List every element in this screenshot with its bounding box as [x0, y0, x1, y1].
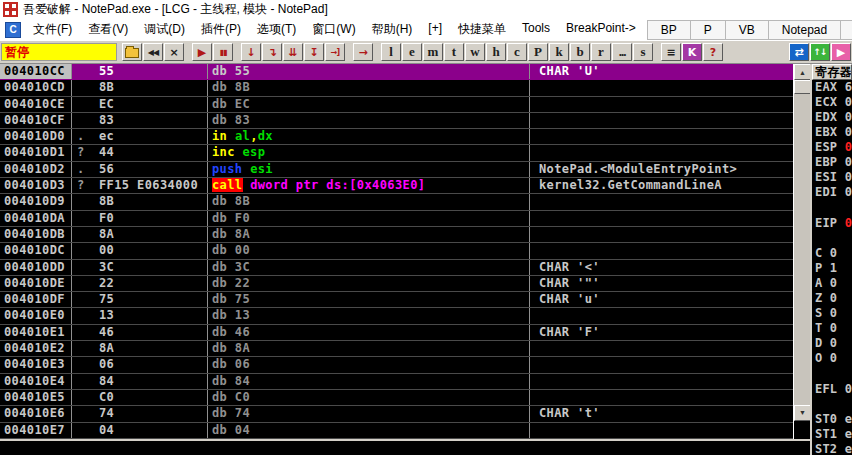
window-button-t[interactable]: t — [444, 43, 464, 61]
menu-item-debug[interactable]: 调试(D) — [136, 19, 193, 40]
menu-item-quick-menu[interactable]: 快捷菜单 — [450, 19, 514, 40]
info-pane[interactable] — [0, 439, 810, 455]
trace-into-button[interactable]: ⇊ — [283, 43, 303, 61]
window-button-e[interactable]: e — [402, 43, 422, 61]
disasm-row[interactable]: 004010DB8Adb 8A — [0, 227, 793, 243]
log-window-button[interactable]: K — [682, 43, 702, 61]
register-row[interactable]: ST1 em — [812, 427, 852, 442]
disasm-row[interactable]: 004010CEECdb EC — [0, 97, 793, 113]
register-row[interactable]: ST0 em — [812, 412, 852, 427]
extra-plugin-button[interactable]: ▶ — [831, 43, 851, 61]
menu-item-file[interactable]: 文件(F) — [25, 19, 80, 40]
pause-button[interactable]: ▮▮ — [213, 43, 233, 61]
register-row[interactable]: EIP 00 — [812, 216, 852, 231]
trace-over-button[interactable]: ↧ — [304, 43, 324, 61]
register-row[interactable]: EDX 00 — [812, 110, 852, 125]
register-row[interactable] — [812, 231, 852, 246]
disasm-row[interactable]: 004010D1?44inc esp — [0, 145, 793, 161]
register-row[interactable]: EDI 00 — [812, 185, 852, 200]
register-row[interactable]: D 0 — [812, 336, 852, 351]
disasm-row[interactable]: 004010E28Adb 8A — [0, 341, 793, 357]
register-row[interactable] — [812, 200, 852, 215]
open-file-button[interactable] — [122, 43, 142, 61]
register-row[interactable]: S 0 F — [812, 306, 852, 321]
disasm-row[interactable]: 004010E146db 46CHAR 'F' — [0, 325, 793, 341]
window-button-m[interactable]: m — [423, 43, 443, 61]
window-button-k[interactable]: k — [549, 43, 569, 61]
register-row[interactable]: ESP 00 — [812, 140, 852, 155]
plugin-button-vb[interactable]: VB — [725, 20, 769, 40]
window-button-b[interactable]: b — [570, 43, 590, 61]
window-button-dots[interactable]: ... — [612, 43, 632, 61]
disasm-row[interactable]: 004010CD8Bdb 8B — [0, 80, 793, 96]
plugin-button-p[interactable]: P — [690, 20, 726, 40]
register-row[interactable]: A 0 S — [812, 276, 852, 291]
plugin-button-bp[interactable]: BP — [647, 20, 691, 40]
disasm-row[interactable]: 004010E674db 74CHAR 't' — [0, 406, 793, 422]
disasm-row[interactable]: 004010DAF0db F0 — [0, 211, 793, 227]
registers-header[interactable]: 寄存器 — [812, 64, 852, 80]
register-row[interactable]: EBP 00 — [812, 155, 852, 170]
register-row[interactable]: C 0 E — [812, 246, 852, 261]
swap-plugin-button[interactable]: ⇄ — [789, 43, 809, 61]
run-to-user-code-button[interactable]: → — [353, 43, 373, 61]
window-button-s[interactable]: s — [633, 43, 653, 61]
run-button[interactable]: ▶ — [192, 43, 212, 61]
scrollbar-track[interactable] — [794, 94, 811, 405]
register-row[interactable] — [812, 397, 852, 412]
disasm-row[interactable]: 004010DC00db 00 — [0, 243, 793, 259]
disasm-row[interactable]: 004010D0.ecin al,dx — [0, 129, 793, 145]
disasm-row[interactable]: 004010D3?FF15 E0634000call dword ptr ds:… — [0, 178, 793, 194]
window-button-l[interactable]: l — [381, 43, 401, 61]
close-button[interactable]: × — [164, 43, 184, 61]
menu-item-tools[interactable]: Tools — [514, 19, 558, 40]
register-row[interactable]: P 1 C — [812, 261, 852, 276]
window-button-c[interactable]: c — [507, 43, 527, 61]
register-row[interactable]: ECX 00 — [812, 95, 852, 110]
disasm-row[interactable]: 004010E704db 04 — [0, 423, 793, 439]
disasm-row[interactable]: 004010DF75db 75CHAR 'u' — [0, 292, 793, 308]
plugin-button-calc[interactable]: Calc — [840, 20, 852, 40]
menu-item-plugins[interactable]: 插件(P) — [193, 19, 249, 40]
menu-item-breakpoint[interactable]: BreakPoint-> — [558, 19, 644, 40]
disasm-row[interactable]: 004010E013db 13 — [0, 308, 793, 324]
disasm-row[interactable]: 004010E306db 06 — [0, 357, 793, 373]
disasm-row[interactable]: 004010E5C0db C0 — [0, 390, 793, 406]
breakpoint-list-button[interactable]: ≡ — [661, 43, 681, 61]
mdi-child-icon[interactable]: C — [5, 22, 21, 38]
execute-till-return-button[interactable]: →] — [325, 43, 345, 61]
updown-plugin-button[interactable]: ↑↓ — [810, 43, 830, 61]
plugin-button-notepad[interactable]: Notepad — [768, 20, 841, 40]
vertical-scrollbar[interactable]: ▲ ▼ — [793, 64, 811, 439]
register-row[interactable]: ST2 em — [812, 442, 852, 455]
disasm-row[interactable]: 004010DD3Cdb 3CCHAR '<' — [0, 260, 793, 276]
menu-item-window[interactable]: 窗口(W) — [304, 19, 363, 40]
menu-item-options[interactable]: 选项(T) — [249, 19, 304, 40]
register-row[interactable]: ESI 00 — [812, 170, 852, 185]
window-button-P[interactable]: P — [528, 43, 548, 61]
disasm-row[interactable]: 004010DE22db 22CHAR '"' — [0, 276, 793, 292]
disasm-row[interactable]: 004010CC55db 55CHAR 'U' — [0, 64, 793, 80]
step-over-button[interactable]: ↴ — [262, 43, 282, 61]
register-row[interactable]: Z 0 D — [812, 291, 852, 306]
menu-item-view[interactable]: 查看(V) — [80, 19, 136, 40]
menu-item-plus[interactable]: [+] — [420, 19, 450, 40]
scroll-up-button[interactable]: ▲ — [794, 64, 811, 80]
menu-item-help[interactable]: 帮助(H) — [364, 19, 421, 40]
disasm-row[interactable]: 004010CF83db 83 — [0, 113, 793, 129]
step-into-button[interactable]: ↓ — [241, 43, 261, 61]
window-button-r[interactable]: r — [591, 43, 611, 61]
window-button-h[interactable]: h — [486, 43, 506, 61]
register-row[interactable]: EAX 66 — [812, 80, 852, 95]
window-button-w[interactable]: w — [465, 43, 485, 61]
register-row[interactable] — [812, 366, 852, 381]
register-row[interactable]: EBX 00 — [812, 125, 852, 140]
restart-button[interactable]: ◀◀ — [143, 43, 163, 61]
register-row[interactable]: T 0 G — [812, 321, 852, 336]
scroll-down-button[interactable]: ▼ — [794, 405, 811, 421]
disasm-row[interactable]: 004010D2.56push esiNotePad.<ModuleEntryP… — [0, 162, 793, 178]
help-button[interactable]: ? — [703, 43, 723, 61]
disasm-row[interactable]: 004010E484db 84 — [0, 374, 793, 390]
scrollbar-thumb[interactable] — [794, 80, 811, 94]
register-row[interactable]: O 0 L — [812, 351, 852, 366]
